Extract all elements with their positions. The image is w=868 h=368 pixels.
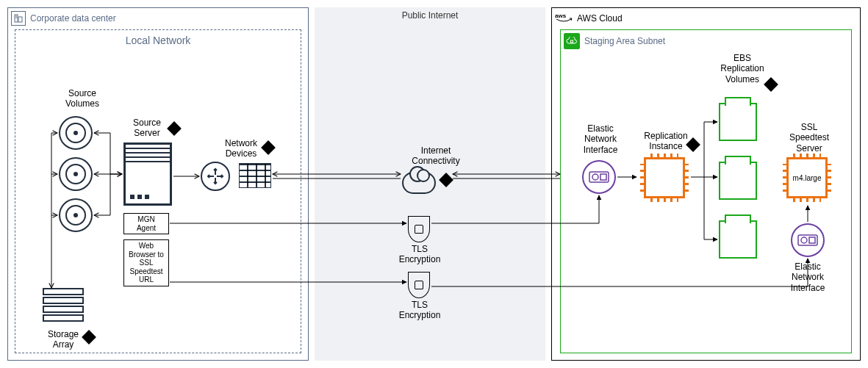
svg-rect-5 xyxy=(571,40,573,43)
source-server-label: Source Server xyxy=(121,118,173,139)
region-localnet-title: Local Network xyxy=(15,35,301,46)
region-aws-title: AWS Cloud xyxy=(577,13,623,24)
tls-encryption-label: TLS Encryption xyxy=(394,300,445,321)
internet-connectivity-label: Internet Connectivity xyxy=(403,145,469,167)
disk-icon xyxy=(59,157,93,191)
browser-speedtest-box: Web Browser to SSL Speedtest URL xyxy=(123,239,169,286)
disk-icon xyxy=(59,116,93,150)
cloud-lock-icon xyxy=(564,33,580,49)
cloud-download-icon xyxy=(402,172,436,194)
ssl-speedtest-server-label: SSL Speedtest Server xyxy=(783,122,835,154)
replication-instance-label: Replication Instance xyxy=(636,131,695,152)
storage-array-label: Storage Array xyxy=(35,329,91,350)
shield-lock-icon xyxy=(408,272,430,298)
svg-rect-1 xyxy=(18,17,22,22)
ebs-volume-icon xyxy=(719,220,757,259)
ebs-volumes-label: EBS Replication Volumes xyxy=(713,53,772,84)
storage-array-icon xyxy=(43,288,84,326)
router-icon xyxy=(201,162,230,191)
network-devices-label: Network Devices xyxy=(215,138,267,159)
mgn-agent-box: MGN Agent xyxy=(123,213,169,234)
ebs-volume-icon xyxy=(719,103,757,141)
tls-encryption-label: TLS Encryption xyxy=(394,244,445,265)
svg-rect-11 xyxy=(809,237,815,243)
disk-icon xyxy=(59,198,93,232)
building-icon xyxy=(11,11,26,26)
instance-type-label: m4.large xyxy=(793,174,822,182)
eni-icon xyxy=(791,223,825,257)
server-icon xyxy=(123,142,172,206)
region-internet-title: Public Internet xyxy=(315,10,545,21)
ec2-instance-icon xyxy=(644,157,685,198)
ec2-instance-icon: m4.large xyxy=(786,157,828,198)
eni-label: Elastic Network Interface xyxy=(782,261,833,293)
shield-lock-icon xyxy=(408,216,430,242)
firewall-icon xyxy=(239,163,271,188)
svg-point-7 xyxy=(592,174,598,180)
ebs-volume-icon xyxy=(719,162,757,200)
eni-label: Elastic Network Interface xyxy=(575,123,626,155)
svg-point-10 xyxy=(801,237,807,243)
aws-logo-icon: aws xyxy=(555,11,573,25)
region-subnet-title: Staging Area Subnet xyxy=(584,36,665,46)
svg-rect-8 xyxy=(600,174,606,180)
source-volumes-label: Source Volumes xyxy=(53,88,112,109)
eni-icon xyxy=(582,160,616,194)
region-corp-title: Corporate data center xyxy=(30,13,116,24)
svg-text:aws: aws xyxy=(555,12,567,19)
